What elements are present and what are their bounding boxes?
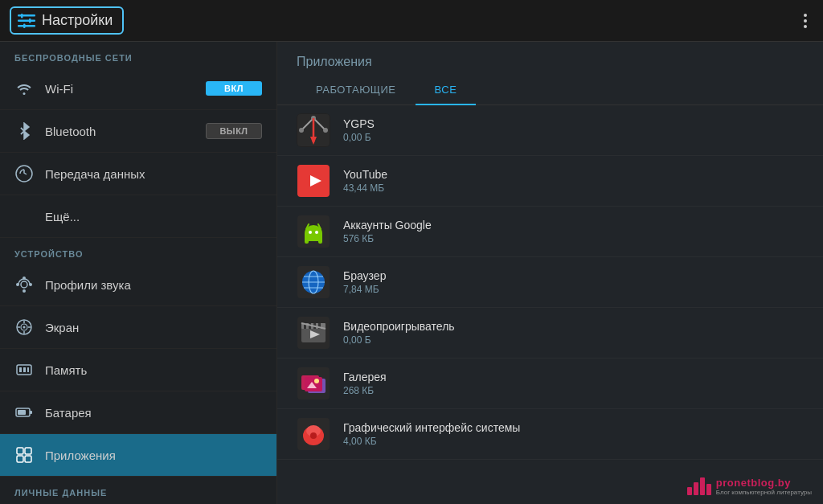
sidebar-item-wifi[interactable]: Wi-Fi ВКЛ [0,68,276,110]
apps-label: Приложения [45,449,262,462]
header-title: Настройки [42,12,113,29]
menu-dot-1 [804,14,807,17]
app-icon-browser [297,265,330,299]
svg-point-11 [16,283,19,286]
watermark-site: pronetblog.by [716,477,812,489]
sidebar-item-sound[interactable]: Профили звука [0,264,276,306]
header-left: Настройки [10,6,124,35]
app-icon-videoplayer [297,316,330,350]
battery-label: Батарея [45,406,262,420]
svg-rect-5 [23,23,26,28]
menu-dot-3 [804,25,807,28]
app-info-browser: Браузер 7,84 МБ [343,269,386,295]
svg-rect-19 [23,367,26,372]
app-icon-gallery [297,367,330,400]
app-size-gui: 4,00 КБ [343,436,520,447]
content-wrapper: YGPS 0,00 Б YouTube 43,44 МБ [277,105,823,504]
svg-point-9 [21,281,27,288]
app-size-google-accounts: 576 КБ [343,233,432,244]
app-item-gui[interactable]: Графический интерфейс системы 4,00 КБ [277,409,823,460]
sidebar-item-data[interactable]: Передача данных [0,153,276,195]
svg-rect-27 [25,456,31,462]
svg-rect-3 [21,14,23,18]
app-list: YGPS 0,00 Б YouTube 43,44 МБ [277,105,823,504]
memory-label: Память [45,363,262,377]
app-name-youtube: YouTube [343,168,387,181]
section-label-wireless: БЕСПРОВОДНЫЕ СЕТИ [0,42,276,68]
app-icon-ygps [297,113,330,147]
tab-running[interactable]: РАБОТАЮЩИЕ [297,76,416,105]
svg-rect-46 [318,237,322,244]
header-menu-button[interactable] [797,10,813,31]
app-item-browser[interactable]: Браузер 7,84 МБ [277,257,823,308]
watermark-logo [687,477,711,495]
app-name-browser: Браузер [343,269,386,282]
battery-icon [14,403,34,422]
wifi-toggle[interactable]: ВКЛ [206,81,262,96]
svg-rect-23 [18,410,26,415]
app-info-google-accounts: Аккаунты Google 576 КБ [343,219,432,244]
sound-icon [14,275,34,294]
app-item-gallery[interactable]: Галерея 268 КБ [277,359,823,409]
sidebar-item-battery[interactable]: Батарея [0,391,276,434]
data-icon [14,164,34,183]
app-icon-google-accounts [297,215,330,248]
app-name-ygps: YGPS [343,117,375,130]
bluetooth-label: Bluetooth [45,125,194,138]
app-info-videoplayer: Видеопроигрыватель 0,00 Б [343,320,455,346]
svg-point-10 [23,277,26,280]
section-label-personal: ЛИЧНЫЕ ДАННЫЕ [0,477,276,502]
settings-icon [18,14,35,28]
bluetooth-icon [14,121,34,141]
svg-rect-26 [17,456,23,462]
app-item-videoplayer[interactable]: Видеопроигрыватель 0,00 Б [277,308,823,359]
svg-rect-2 [18,25,35,27]
svg-rect-24 [17,448,23,454]
tab-all[interactable]: ВСЕ [416,76,477,105]
sound-label: Профили звука [45,278,262,292]
app-name-google-accounts: Аккаунты Google [343,219,432,232]
app-size-ygps: 0,00 Б [343,132,375,143]
app-item-youtube[interactable]: YouTube 43,44 МБ [277,156,823,207]
svg-rect-0 [18,14,35,17]
sidebar-item-memory[interactable]: Память [0,349,276,391]
svg-rect-45 [305,237,309,244]
apps-icon [14,445,34,465]
sidebar: БЕСПРОВОДНЫЕ СЕТИ Wi-Fi ВКЛ [0,42,277,504]
app-item-google-accounts[interactable]: Аккаунты Google 576 КБ [277,207,823,257]
svg-point-16 [23,326,26,329]
svg-point-42 [315,231,318,234]
app-name-gui: Графический интерфейс системы [343,421,520,434]
svg-rect-1 [18,19,35,22]
watermark-sub: Блог компьютерной литературы [716,489,812,496]
wifi-toggle-label: ВКЛ [206,81,262,96]
app-size-youtube: 43,44 МБ [343,182,387,194]
data-label: Передача данных [45,167,262,181]
menu-dot-2 [804,19,807,23]
bluetooth-toggle-label: ВЫКЛ [206,123,262,139]
sidebar-item-apps[interactable]: Приложения [0,434,276,477]
svg-point-71 [310,432,317,439]
wifi-label: Wi-Fi [45,82,194,96]
app-size-gallery: 268 КБ [343,385,387,396]
watermark: pronetblog.by Блог компьютерной литерату… [687,477,812,496]
sidebar-item-bluetooth[interactable]: Bluetooth ВЫКЛ [0,110,276,153]
app-info-gallery: Галерея 268 КБ [343,371,387,396]
app-info-ygps: YGPS 0,00 Б [343,117,375,143]
header: Настройки [0,0,823,42]
svg-point-13 [23,289,26,293]
sidebar-item-screen[interactable]: Экран [0,306,276,349]
settings-title-button[interactable]: Настройки [10,6,124,35]
app-name-videoplayer: Видеопроигрыватель [343,320,455,333]
watermark-text-block: pronetblog.by Блог компьютерной литерату… [716,477,812,496]
bluetooth-toggle[interactable]: ВЫКЛ [206,123,262,139]
sidebar-item-more[interactable]: Ещё... [0,195,276,238]
svg-point-32 [323,128,328,133]
memory-icon [14,360,34,379]
svg-rect-20 [27,367,29,372]
svg-rect-4 [29,18,31,23]
app-info-youtube: YouTube 43,44 МБ [343,168,387,194]
app-item-ygps[interactable]: YGPS 0,00 Б [277,105,823,156]
svg-point-33 [299,128,304,133]
app-icon-youtube [297,164,330,198]
